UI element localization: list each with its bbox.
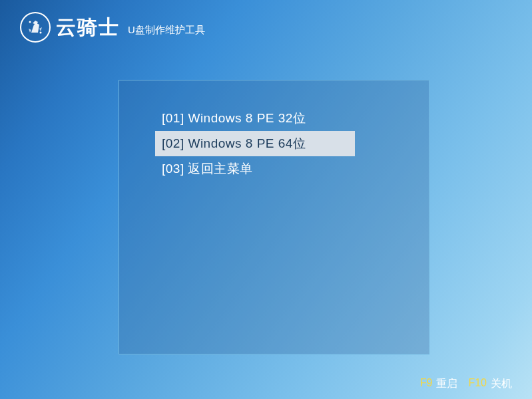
shortcut-label-shutdown: 关机 — [491, 377, 512, 391]
svg-point-1 — [40, 32, 42, 34]
logo-subtitle: U盘制作维护工具 — [128, 24, 205, 37]
shortcut-key-restart: F9 — [420, 377, 433, 391]
footer-shortcuts: F9 重启 F10 关机 — [420, 377, 519, 391]
svg-point-0 — [29, 21, 31, 23]
boot-menu-list: [01] Windows 8 PE 32位 [02] Windows 8 PE … — [119, 80, 429, 182]
menu-item-win8pe-64[interactable]: [02] Windows 8 PE 64位 — [155, 131, 355, 156]
menu-item-win8pe-32[interactable]: [01] Windows 8 PE 32位 — [155, 106, 355, 131]
shortcut-key-shutdown: F10 — [468, 377, 487, 391]
logo-text: 云骑士 — [56, 14, 120, 41]
knight-icon — [25, 17, 46, 38]
boot-menu-container: [01] Windows 8 PE 32位 [02] Windows 8 PE … — [119, 80, 429, 354]
header: 云骑士 U盘制作维护工具 — [20, 12, 205, 43]
shortcut-label-restart: 重启 — [436, 377, 457, 391]
menu-item-return-main[interactable]: [03] 返回主菜单 — [155, 156, 355, 182]
logo-icon — [20, 12, 51, 43]
